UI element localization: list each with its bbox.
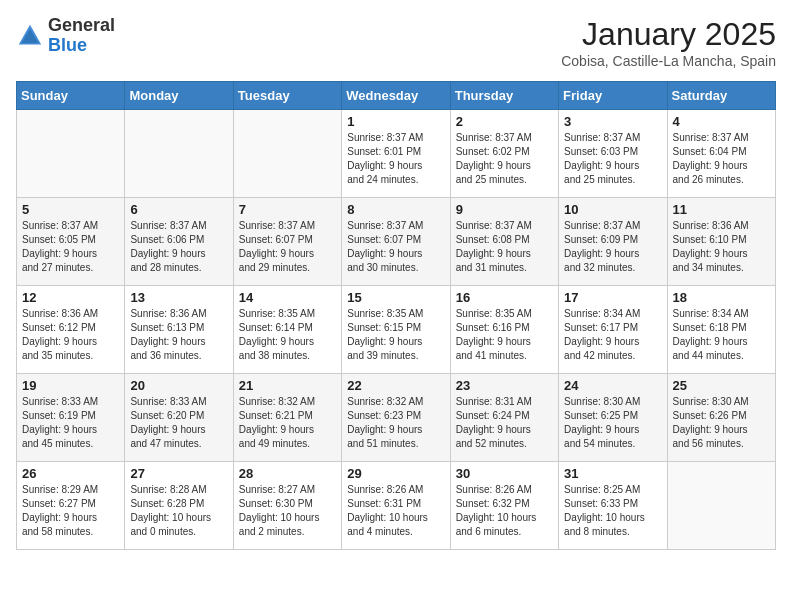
day-cell: 4Sunrise: 8:37 AM Sunset: 6:04 PM Daylig… [667,110,775,198]
day-cell: 13Sunrise: 8:36 AM Sunset: 6:13 PM Dayli… [125,286,233,374]
day-number: 10 [564,202,661,217]
title-block: January 2025 Cobisa, Castille-La Mancha,… [561,16,776,69]
page-header: General Blue January 2025 Cobisa, Castil… [16,16,776,69]
day-cell [17,110,125,198]
day-number: 11 [673,202,770,217]
day-cell: 26Sunrise: 8:29 AM Sunset: 6:27 PM Dayli… [17,462,125,550]
day-info: Sunrise: 8:34 AM Sunset: 6:18 PM Dayligh… [673,307,770,363]
day-info: Sunrise: 8:30 AM Sunset: 6:25 PM Dayligh… [564,395,661,451]
day-number: 20 [130,378,227,393]
week-row-4: 19Sunrise: 8:33 AM Sunset: 6:19 PM Dayli… [17,374,776,462]
day-info: Sunrise: 8:35 AM Sunset: 6:16 PM Dayligh… [456,307,553,363]
day-cell: 25Sunrise: 8:30 AM Sunset: 6:26 PM Dayli… [667,374,775,462]
day-info: Sunrise: 8:36 AM Sunset: 6:13 PM Dayligh… [130,307,227,363]
calendar-table: SundayMondayTuesdayWednesdayThursdayFrid… [16,81,776,550]
day-info: Sunrise: 8:26 AM Sunset: 6:31 PM Dayligh… [347,483,444,539]
day-number: 30 [456,466,553,481]
day-info: Sunrise: 8:37 AM Sunset: 6:03 PM Dayligh… [564,131,661,187]
day-cell [667,462,775,550]
day-cell: 5Sunrise: 8:37 AM Sunset: 6:05 PM Daylig… [17,198,125,286]
day-number: 3 [564,114,661,129]
logo-general-text: General [48,15,115,35]
day-cell: 27Sunrise: 8:28 AM Sunset: 6:28 PM Dayli… [125,462,233,550]
day-number: 24 [564,378,661,393]
day-info: Sunrise: 8:33 AM Sunset: 6:19 PM Dayligh… [22,395,119,451]
day-number: 16 [456,290,553,305]
day-cell: 16Sunrise: 8:35 AM Sunset: 6:16 PM Dayli… [450,286,558,374]
week-row-1: 1Sunrise: 8:37 AM Sunset: 6:01 PM Daylig… [17,110,776,198]
day-cell: 23Sunrise: 8:31 AM Sunset: 6:24 PM Dayli… [450,374,558,462]
day-number: 18 [673,290,770,305]
day-info: Sunrise: 8:25 AM Sunset: 6:33 PM Dayligh… [564,483,661,539]
day-cell: 3Sunrise: 8:37 AM Sunset: 6:03 PM Daylig… [559,110,667,198]
day-number: 22 [347,378,444,393]
day-info: Sunrise: 8:37 AM Sunset: 6:05 PM Dayligh… [22,219,119,275]
day-cell: 6Sunrise: 8:37 AM Sunset: 6:06 PM Daylig… [125,198,233,286]
day-number: 27 [130,466,227,481]
day-cell: 21Sunrise: 8:32 AM Sunset: 6:21 PM Dayli… [233,374,341,462]
day-info: Sunrise: 8:32 AM Sunset: 6:23 PM Dayligh… [347,395,444,451]
day-cell: 7Sunrise: 8:37 AM Sunset: 6:07 PM Daylig… [233,198,341,286]
day-number: 29 [347,466,444,481]
logo-icon [16,22,44,50]
week-row-5: 26Sunrise: 8:29 AM Sunset: 6:27 PM Dayli… [17,462,776,550]
weekday-header-row: SundayMondayTuesdayWednesdayThursdayFrid… [17,82,776,110]
day-cell: 2Sunrise: 8:37 AM Sunset: 6:02 PM Daylig… [450,110,558,198]
day-number: 21 [239,378,336,393]
day-number: 28 [239,466,336,481]
day-info: Sunrise: 8:32 AM Sunset: 6:21 PM Dayligh… [239,395,336,451]
day-cell: 10Sunrise: 8:37 AM Sunset: 6:09 PM Dayli… [559,198,667,286]
day-info: Sunrise: 8:37 AM Sunset: 6:07 PM Dayligh… [239,219,336,275]
day-number: 17 [564,290,661,305]
day-info: Sunrise: 8:26 AM Sunset: 6:32 PM Dayligh… [456,483,553,539]
day-info: Sunrise: 8:37 AM Sunset: 6:08 PM Dayligh… [456,219,553,275]
day-number: 7 [239,202,336,217]
calendar-title: January 2025 [561,16,776,53]
day-number: 8 [347,202,444,217]
day-cell: 31Sunrise: 8:25 AM Sunset: 6:33 PM Dayli… [559,462,667,550]
day-number: 31 [564,466,661,481]
day-info: Sunrise: 8:29 AM Sunset: 6:27 PM Dayligh… [22,483,119,539]
day-cell: 1Sunrise: 8:37 AM Sunset: 6:01 PM Daylig… [342,110,450,198]
day-number: 23 [456,378,553,393]
day-number: 19 [22,378,119,393]
week-row-2: 5Sunrise: 8:37 AM Sunset: 6:05 PM Daylig… [17,198,776,286]
day-info: Sunrise: 8:33 AM Sunset: 6:20 PM Dayligh… [130,395,227,451]
day-number: 12 [22,290,119,305]
day-info: Sunrise: 8:35 AM Sunset: 6:14 PM Dayligh… [239,307,336,363]
day-info: Sunrise: 8:28 AM Sunset: 6:28 PM Dayligh… [130,483,227,539]
day-info: Sunrise: 8:37 AM Sunset: 6:04 PM Dayligh… [673,131,770,187]
day-cell: 12Sunrise: 8:36 AM Sunset: 6:12 PM Dayli… [17,286,125,374]
day-cell: 20Sunrise: 8:33 AM Sunset: 6:20 PM Dayli… [125,374,233,462]
calendar-subtitle: Cobisa, Castille-La Mancha, Spain [561,53,776,69]
day-cell: 8Sunrise: 8:37 AM Sunset: 6:07 PM Daylig… [342,198,450,286]
day-info: Sunrise: 8:37 AM Sunset: 6:02 PM Dayligh… [456,131,553,187]
day-number: 9 [456,202,553,217]
day-cell: 30Sunrise: 8:26 AM Sunset: 6:32 PM Dayli… [450,462,558,550]
day-cell [125,110,233,198]
day-info: Sunrise: 8:30 AM Sunset: 6:26 PM Dayligh… [673,395,770,451]
day-number: 26 [22,466,119,481]
logo: General Blue [16,16,115,56]
day-cell: 17Sunrise: 8:34 AM Sunset: 6:17 PM Dayli… [559,286,667,374]
day-cell: 18Sunrise: 8:34 AM Sunset: 6:18 PM Dayli… [667,286,775,374]
weekday-header-sunday: Sunday [17,82,125,110]
day-number: 15 [347,290,444,305]
day-number: 13 [130,290,227,305]
weekday-header-saturday: Saturday [667,82,775,110]
weekday-header-tuesday: Tuesday [233,82,341,110]
day-number: 14 [239,290,336,305]
day-info: Sunrise: 8:31 AM Sunset: 6:24 PM Dayligh… [456,395,553,451]
day-cell: 29Sunrise: 8:26 AM Sunset: 6:31 PM Dayli… [342,462,450,550]
day-info: Sunrise: 8:36 AM Sunset: 6:10 PM Dayligh… [673,219,770,275]
day-number: 1 [347,114,444,129]
day-number: 6 [130,202,227,217]
day-info: Sunrise: 8:34 AM Sunset: 6:17 PM Dayligh… [564,307,661,363]
day-info: Sunrise: 8:35 AM Sunset: 6:15 PM Dayligh… [347,307,444,363]
weekday-header-wednesday: Wednesday [342,82,450,110]
logo-text: General Blue [48,16,115,56]
day-number: 5 [22,202,119,217]
day-info: Sunrise: 8:37 AM Sunset: 6:06 PM Dayligh… [130,219,227,275]
logo-blue-text: Blue [48,35,87,55]
day-cell: 28Sunrise: 8:27 AM Sunset: 6:30 PM Dayli… [233,462,341,550]
